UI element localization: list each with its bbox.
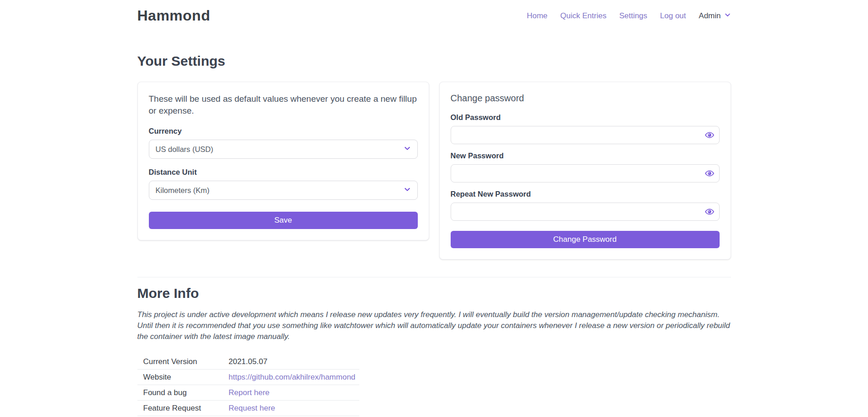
current-version-value: 2021.05.07: [229, 357, 268, 366]
feature-request-link[interactable]: Request here: [229, 404, 275, 413]
new-password-input[interactable]: [451, 164, 720, 182]
page-title: Your Settings: [137, 53, 731, 69]
admin-menu-label: Admin: [699, 11, 721, 21]
table-row: Found a bug Report here: [137, 385, 359, 401]
table-row: Current Version 2021.05.07: [137, 354, 359, 370]
app-logo[interactable]: Hammond: [137, 7, 210, 24]
top-header: Hammond Home Quick Entries Settings Log …: [0, 0, 868, 24]
save-button[interactable]: Save: [149, 212, 418, 229]
new-password-label: New Password: [451, 151, 720, 161]
more-info-title: More Info: [137, 286, 731, 301]
nav-logout[interactable]: Log out: [660, 11, 686, 21]
toggle-new-password-visibility-button[interactable]: [704, 168, 715, 179]
chevron-down-icon: [724, 11, 731, 21]
repeat-new-password-input[interactable]: [451, 203, 720, 221]
website-link[interactable]: https://github.com/akhilrex/hammond: [229, 373, 356, 382]
distance-unit-select[interactable]: Kilometers (Km): [149, 181, 418, 200]
eye-icon: [705, 134, 714, 141]
defaults-description: These will be used as default values whe…: [149, 93, 418, 117]
currency-label: Currency: [149, 127, 418, 136]
currency-select[interactable]: US dollars (USD): [149, 140, 418, 159]
change-password-card: Change password Old Password New Passwor…: [439, 82, 731, 260]
nav-home[interactable]: Home: [527, 11, 547, 21]
section-divider: [137, 277, 731, 277]
distance-unit-selected-value: Kilometers (Km): [156, 186, 210, 195]
distance-unit-label: Distance Unit: [149, 168, 418, 177]
chevron-down-icon: [404, 186, 411, 195]
info-table: Current Version 2021.05.07 Website https…: [137, 354, 359, 416]
old-password-label: Old Password: [451, 113, 720, 122]
old-password-input[interactable]: [451, 126, 720, 144]
more-info-description: This project is under active development…: [137, 309, 731, 342]
info-row-label: Website: [143, 373, 229, 382]
info-row-label: Feature Request: [143, 404, 229, 413]
admin-menu[interactable]: Admin: [699, 11, 731, 21]
repeat-new-password-label: Repeat New Password: [451, 190, 720, 199]
currency-selected-value: US dollars (USD): [156, 145, 214, 154]
nav-quick-entries[interactable]: Quick Entries: [560, 11, 606, 21]
change-password-title: Change password: [451, 93, 720, 104]
table-row: Website https://github.com/akhilrex/hamm…: [137, 370, 359, 385]
eye-icon: [705, 172, 714, 179]
report-bug-link[interactable]: Report here: [229, 388, 270, 397]
change-password-button[interactable]: Change Password: [451, 231, 720, 248]
table-row: Feature Request Request here: [137, 401, 359, 416]
eye-icon: [705, 211, 714, 218]
toggle-repeat-password-visibility-button[interactable]: [704, 206, 715, 217]
nav-settings[interactable]: Settings: [619, 11, 647, 21]
info-row-label: Current Version: [143, 357, 229, 366]
info-row-label: Found a bug: [143, 388, 229, 397]
defaults-card: These will be used as default values whe…: [137, 82, 429, 240]
chevron-down-icon: [404, 145, 411, 154]
toggle-old-password-visibility-button[interactable]: [704, 130, 715, 141]
main-nav: Home Quick Entries Settings Log out Admi…: [527, 11, 731, 21]
